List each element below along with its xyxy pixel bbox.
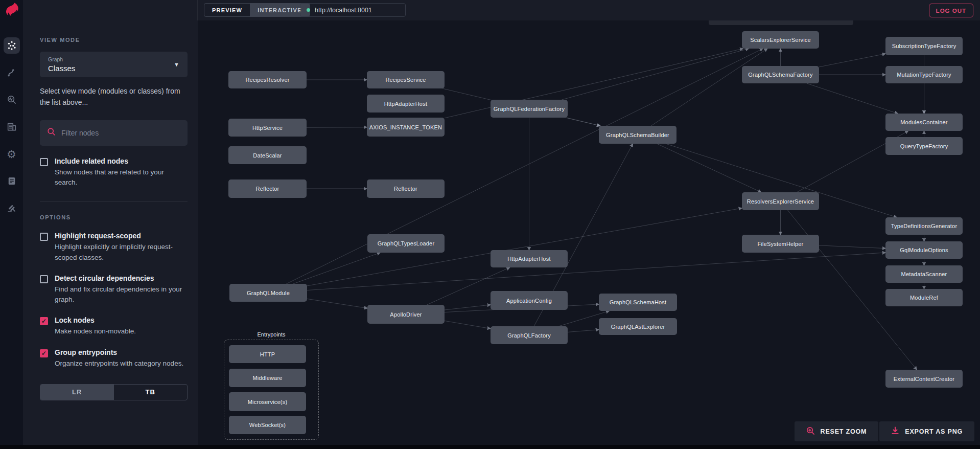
- rail-inspect-button[interactable]: [4, 92, 20, 108]
- detect-circular-row[interactable]: Detect circular dependencies Find and fi…: [40, 274, 188, 305]
- sidebar-divider: [40, 201, 188, 202]
- include-related-checkbox[interactable]: [40, 158, 48, 166]
- organization-icon: [6, 121, 17, 132]
- graph-node-metadata-scanner[interactable]: MetadataScanner: [885, 265, 963, 283]
- graph-node-http-adapter-host-2[interactable]: HttpAdapterHost: [491, 250, 568, 267]
- target-url-text: http://localhost:8001: [315, 7, 372, 14]
- rail-organization-button[interactable]: [4, 119, 20, 135]
- filter-nodes-input[interactable]: [61, 129, 180, 137]
- graph-node-recipes-resolver[interactable]: RecipesResolver: [228, 71, 307, 88]
- rail-notes-button[interactable]: [4, 173, 20, 189]
- group-entrypoints-row[interactable]: ✓ Group entrypoints Organize entrypoints…: [40, 348, 188, 369]
- checkbox-title: Include related nodes: [55, 157, 188, 165]
- layout-lr-button[interactable]: LR: [40, 385, 114, 400]
- reset-zoom-label: RESET ZOOM: [821, 428, 867, 435]
- reset-zoom-button[interactable]: RESET ZOOM: [795, 421, 879, 441]
- checkbox-title: Highlight request-scoped: [55, 232, 188, 240]
- graph-node-gql-module-options[interactable]: GqlModuleOptions: [885, 241, 963, 259]
- graph-node-ep-microservices[interactable]: Microservice(s): [229, 392, 306, 411]
- view-mode-description: Select view mode (modules or classes) fr…: [40, 85, 188, 108]
- graph-node-type-definitions-generator[interactable]: TypeDefinitionsGenerator: [885, 217, 963, 235]
- highlight-request-scoped-checkbox[interactable]: [40, 233, 48, 241]
- graph-node-graphql-federation-factory[interactable]: GraphQLFederationFactory: [491, 100, 568, 118]
- graph-node-reflector-1[interactable]: Reflector: [228, 179, 307, 198]
- inspect-icon: [6, 94, 17, 105]
- logout-button[interactable]: LOG OUT: [929, 4, 973, 17]
- filter-nodes-box: [40, 120, 188, 146]
- entrypoints-group-label: Entrypoints: [224, 331, 318, 338]
- select-label: Graph: [48, 56, 75, 62]
- graph-node-recipes-service[interactable]: RecipesService: [367, 71, 445, 88]
- graph-dots-icon: [6, 40, 17, 51]
- checkbox-subtitle: Organize entrypoints with category nodes…: [55, 358, 183, 369]
- graph-node-http-adapter-host-1[interactable]: HttpAdapterHost: [367, 95, 445, 113]
- graph-node-external-context-creator[interactable]: ExternalContextCreator: [885, 370, 963, 388]
- graph-node-resolvers-explorer-service[interactable]: ResolversExplorerService: [742, 192, 819, 210]
- preview-tab[interactable]: PREVIEW: [204, 4, 250, 16]
- export-png-label: EXPORT AS PNG: [905, 428, 963, 435]
- graph-mode-select[interactable]: Graph Classes ▼: [40, 52, 188, 77]
- graph-node-module-ref[interactable]: ModuleRef: [885, 289, 963, 306]
- graph-node-apollo-driver[interactable]: ApolloDriver: [367, 305, 445, 324]
- logo-zone: [0, 0, 23, 20]
- graph-node-subscription-type-factory[interactable]: SubscriptionTypeFactory: [885, 37, 963, 55]
- graph-node-http-service[interactable]: HttpService: [228, 119, 307, 137]
- checkbox-subtitle: Highlight explicitly or implicitly reque…: [55, 242, 188, 263]
- export-png-button[interactable]: EXPORT AS PNG: [879, 421, 974, 441]
- chevron-down-icon: ▼: [174, 61, 179, 68]
- zoom-magnifier-icon: [806, 426, 815, 437]
- graph-node-ep-http[interactable]: HTTP: [229, 345, 306, 363]
- route-icon: [6, 67, 17, 78]
- icon-rail: ⚙: [0, 20, 23, 445]
- graph-node-graphql-schema-builder[interactable]: GraphQLSchemaBuilder: [599, 126, 676, 144]
- graph-node-ep-middleware[interactable]: Middleware: [229, 369, 306, 387]
- graph-node-scalars-explorer-service[interactable]: ScalarsExplorerService: [742, 31, 819, 49]
- graph-node-axios-instance-token[interactable]: AXIOS_INSTANCE_TOKEN: [367, 118, 445, 137]
- graph-node-application-config[interactable]: ApplicationConfig: [491, 291, 568, 310]
- graph-node-partial-node: [709, 20, 853, 25]
- sidebar: VIEW MODE Graph Classes ▼ Select view mo…: [23, 20, 198, 445]
- checkbox-title: Lock nodes: [55, 316, 136, 324]
- checkbox-title: Group entrypoints: [55, 348, 183, 356]
- graph-node-graphql-schema-factory[interactable]: GraphQLSchemaFactory: [742, 66, 819, 83]
- lock-nodes-row[interactable]: ✓ Lock nodes Make nodes non-movable.: [40, 316, 188, 336]
- graph-node-date-scalar[interactable]: DateScalar: [228, 146, 307, 164]
- graph-node-graphql-factory[interactable]: GraphQLFactory: [491, 326, 568, 344]
- checkbox-title: Detect circular dependencies: [55, 274, 188, 282]
- highlight-request-scoped-row[interactable]: Highlight request-scoped Highlight expli…: [40, 232, 188, 263]
- rail-audit-button[interactable]: [4, 200, 20, 216]
- target-url-box[interactable]: http://localhost:8001: [300, 3, 406, 17]
- audit-gavel-icon: [6, 203, 17, 214]
- graph-node-query-type-factory[interactable]: QueryTypeFactory: [885, 137, 963, 155]
- include-related-row[interactable]: Include related nodes Show nodes that ar…: [40, 157, 188, 188]
- graph-node-graphql-ast-explorer[interactable]: GraphQLAstExplorer: [599, 318, 677, 335]
- graph-node-reflector-2[interactable]: Reflector: [367, 179, 445, 198]
- detect-circular-checkbox[interactable]: [40, 275, 48, 283]
- rail-settings-button[interactable]: ⚙: [4, 146, 20, 162]
- top-bar: PREVIEW INTERACTIVE http://localhost:800…: [0, 0, 980, 20]
- mode-toggle: PREVIEW INTERACTIVE: [204, 3, 310, 17]
- checkbox-subtitle: Find and fix circular dependencies in yo…: [55, 284, 188, 305]
- nestjs-logo-icon[interactable]: [4, 1, 20, 19]
- graph-node-graphql-types-loader[interactable]: GraphQLTypesLoader: [367, 234, 445, 253]
- rail-graph-button[interactable]: [4, 37, 20, 54]
- search-icon: [47, 127, 56, 138]
- notes-icon: [7, 176, 17, 186]
- graph-node-ep-websockets[interactable]: WebSocket(s): [229, 416, 306, 434]
- layout-tb-button[interactable]: TB: [114, 385, 188, 400]
- graph-node-graphql-module[interactable]: GraphQLModule: [229, 284, 307, 302]
- graph-node-modules-container[interactable]: ModulesContainer: [885, 114, 963, 131]
- group-entrypoints-checkbox[interactable]: ✓: [40, 349, 48, 357]
- view-mode-title: VIEW MODE: [40, 37, 188, 43]
- rail-routes-button[interactable]: [4, 64, 20, 81]
- options-title: OPTIONS: [40, 214, 188, 220]
- lock-nodes-checkbox[interactable]: ✓: [40, 317, 48, 325]
- connection-status-dot: [307, 8, 310, 12]
- graph-node-file-system-helper[interactable]: FileSystemHelper: [742, 235, 819, 253]
- app-root: PREVIEW INTERACTIVE http://localhost:800…: [0, 0, 980, 449]
- graph-node-mutation-type-factory[interactable]: MutationTypeFactory: [885, 66, 963, 83]
- settings-gear-icon: ⚙: [7, 149, 16, 160]
- bottom-strip: [0, 445, 980, 449]
- graph-node-graphql-schema-host[interactable]: GraphQLSchemaHost: [599, 294, 677, 311]
- graph-canvas[interactable]: Entrypoints RecipesResolverRecipesServic…: [198, 20, 980, 445]
